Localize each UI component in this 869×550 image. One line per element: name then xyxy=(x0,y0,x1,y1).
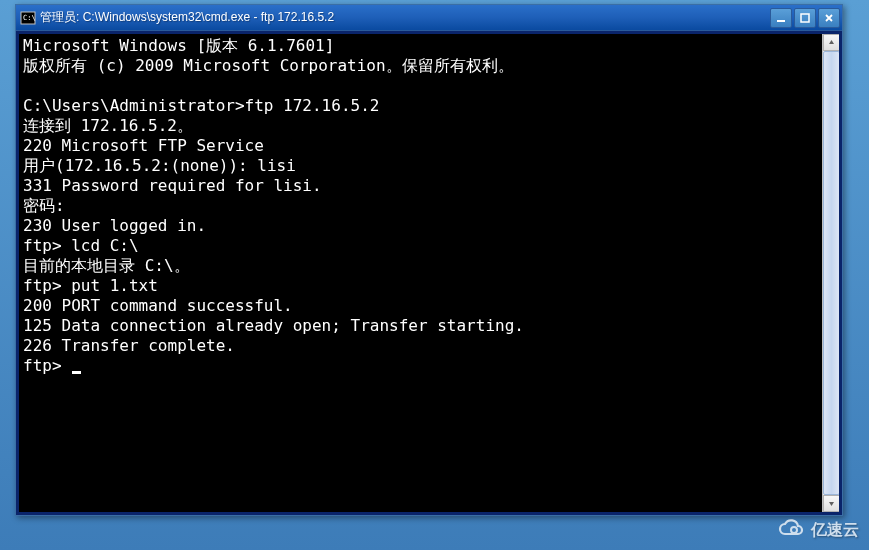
terminal-output: Microsoft Windows [版本 6.1.7601] 版权所有 (c)… xyxy=(23,36,835,376)
window-controls xyxy=(770,8,840,28)
maximize-button[interactable] xyxy=(794,8,816,28)
scroll-thumb[interactable] xyxy=(823,51,839,495)
svg-rect-2 xyxy=(777,20,785,22)
minimize-button[interactable] xyxy=(770,8,792,28)
scroll-down-button[interactable] xyxy=(823,495,839,512)
watermark-text: 亿速云 xyxy=(811,520,859,541)
titlebar[interactable]: C:\ 管理员: C:\Windows\system32\cmd.exe - f… xyxy=(16,5,842,31)
svg-point-4 xyxy=(791,527,797,533)
terminal-area[interactable]: Microsoft Windows [版本 6.1.7601] 版权所有 (c)… xyxy=(19,34,839,512)
svg-text:C:\: C:\ xyxy=(23,14,36,22)
close-button[interactable] xyxy=(818,8,840,28)
svg-rect-3 xyxy=(801,14,809,22)
cloud-icon xyxy=(777,516,805,544)
cmd-icon: C:\ xyxy=(20,10,36,26)
window-title: 管理员: C:\Windows\system32\cmd.exe - ftp 1… xyxy=(40,9,770,26)
vertical-scrollbar[interactable] xyxy=(822,34,839,512)
watermark: 亿速云 xyxy=(777,516,859,544)
terminal-cursor xyxy=(72,371,81,374)
cmd-window: C:\ 管理员: C:\Windows\system32\cmd.exe - f… xyxy=(15,4,843,516)
scroll-up-button[interactable] xyxy=(823,34,839,51)
